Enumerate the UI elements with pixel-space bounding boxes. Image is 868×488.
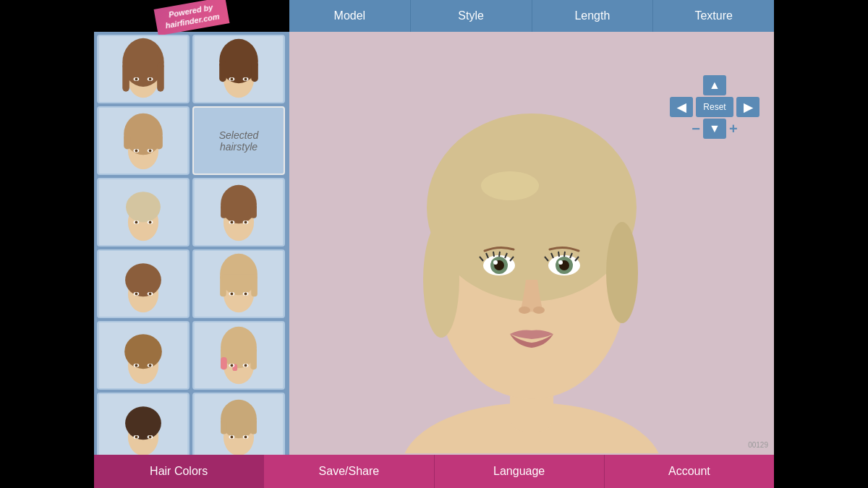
hair-row-5 (97, 321, 286, 390)
sidebar: Selected hairstyle (94, 32, 289, 455)
hair-style-9[interactable] (97, 321, 190, 390)
hair-style-3[interactable] (97, 106, 190, 175)
hair-style-6[interactable] (192, 178, 285, 247)
svg-point-92 (231, 435, 234, 438)
hair-style-11[interactable] (97, 393, 190, 455)
hair-row-4 (97, 249, 286, 318)
move-up-button[interactable]: ▲ (703, 75, 726, 95)
svg-point-65 (135, 364, 138, 367)
svg-point-76 (231, 364, 234, 367)
svg-point-20 (124, 114, 163, 155)
tab-save-share[interactable]: Save/Share (264, 455, 434, 488)
tab-account[interactable]: Account (605, 455, 774, 488)
hair-style-selected[interactable]: Selected hairstyle (192, 106, 285, 175)
svg-rect-88 (221, 419, 227, 434)
svg-point-62 (124, 334, 162, 369)
svg-point-33 (149, 221, 152, 223)
svg-point-77 (244, 364, 247, 367)
hair-style-1[interactable] (97, 35, 190, 103)
svg-point-124 (558, 260, 563, 265)
move-left-button[interactable]: ◀ (670, 97, 693, 117)
svg-point-116 (481, 171, 539, 200)
hair-row-6 (97, 393, 286, 455)
svg-point-93 (244, 435, 247, 438)
svg-point-17 (244, 77, 247, 80)
svg-point-25 (135, 149, 138, 152)
version-watermark: 00129 (748, 441, 768, 449)
reset-button[interactable]: Reset (696, 97, 733, 117)
svg-point-26 (149, 149, 152, 152)
svg-rect-22 (156, 134, 163, 149)
svg-point-41 (231, 221, 234, 223)
svg-point-36 (221, 185, 257, 224)
ctrl-row-bottom: − ▼ + (692, 119, 737, 139)
svg-point-49 (149, 292, 152, 295)
svg-rect-37 (221, 204, 227, 218)
svg-rect-21 (124, 134, 131, 149)
svg-point-32 (135, 221, 138, 223)
svg-point-126 (533, 307, 545, 314)
bottom-navigation: Hair Colors Save/Share Language Account (94, 455, 774, 488)
svg-rect-38 (250, 204, 257, 218)
preview-area: ▲ ◀ Reset ▶ − ▼ + 00129 (289, 32, 774, 455)
tab-length[interactable]: Length (532, 0, 654, 32)
svg-point-7 (135, 77, 138, 80)
logo-area: Powered by hairfinder.com (94, 0, 289, 32)
hair-row-3 (97, 178, 286, 247)
svg-point-45 (125, 263, 161, 296)
zoom-out-button[interactable]: − (692, 121, 700, 137)
hair-style-2[interactable] (192, 35, 285, 103)
tab-texture[interactable]: Texture (653, 0, 774, 32)
svg-rect-72 (221, 357, 227, 369)
model-svg (365, 34, 698, 453)
svg-point-83 (135, 435, 138, 438)
logo-banner: Powered by hairfinder.com (154, 0, 230, 35)
hair-style-5[interactable] (97, 178, 190, 247)
move-right-button[interactable]: ▶ (736, 97, 760, 117)
svg-rect-89 (250, 419, 257, 434)
svg-point-80 (125, 406, 161, 440)
hair-row-2: Selected hairstyle (97, 106, 286, 175)
tab-style[interactable]: Style (411, 0, 532, 32)
move-down-button[interactable]: ▼ (703, 119, 726, 139)
svg-point-125 (519, 307, 530, 314)
svg-point-84 (149, 435, 152, 438)
svg-rect-71 (250, 347, 257, 369)
top-navigation: Powered by hairfinder.com Model Style Le… (94, 0, 774, 32)
hair-style-10[interactable] (192, 321, 285, 390)
svg-point-66 (149, 364, 152, 367)
hair-style-8[interactable] (192, 249, 285, 318)
svg-point-8 (149, 77, 152, 80)
ctrl-row-top: ▲ (703, 75, 726, 95)
tab-hair-colors[interactable]: Hair Colors (94, 455, 264, 488)
navigation-controls: ▲ ◀ Reset ▶ − ▼ + (670, 75, 760, 139)
tab-model[interactable]: Model (289, 0, 411, 32)
main-content: Selected hairstyle (94, 32, 774, 455)
svg-point-59 (244, 292, 247, 295)
svg-rect-3 (122, 62, 129, 91)
svg-point-115 (606, 222, 638, 323)
svg-point-58 (231, 292, 234, 295)
svg-point-29 (126, 192, 161, 222)
hair-row-1 (97, 35, 286, 103)
tab-language[interactable]: Language (435, 455, 605, 488)
svg-rect-55 (222, 275, 255, 283)
svg-point-120 (493, 260, 498, 265)
svg-point-42 (244, 221, 247, 223)
zoom-in-button[interactable]: + (729, 121, 738, 137)
hair-style-12[interactable] (192, 393, 285, 455)
svg-rect-13 (251, 61, 258, 82)
svg-point-16 (231, 77, 234, 80)
svg-point-48 (135, 292, 138, 295)
svg-rect-12 (219, 61, 226, 82)
nav-tabs: Model Style Length Texture (289, 0, 774, 32)
svg-rect-4 (157, 62, 164, 91)
ctrl-row-middle: ◀ Reset ▶ (670, 97, 760, 117)
svg-point-114 (423, 222, 459, 338)
hair-style-7[interactable] (97, 249, 190, 318)
